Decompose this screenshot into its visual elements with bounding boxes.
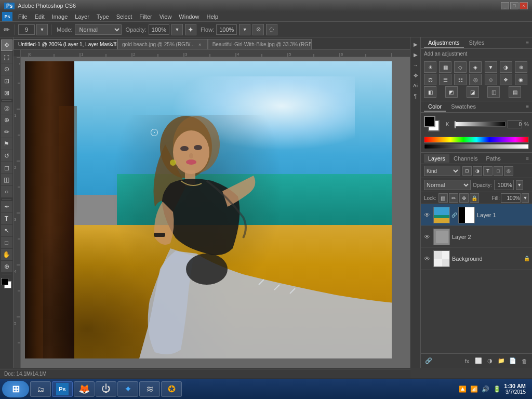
taskbar-firefox[interactable]: 🦊 — [74, 381, 95, 397]
adj-hdr[interactable]: ◫ — [487, 86, 500, 98]
adj-bw[interactable]: ⚖ — [424, 74, 436, 85]
adj-channel[interactable]: ☷ — [454, 74, 467, 85]
vert-btn-move[interactable]: ✥ — [411, 71, 420, 80]
system-clock[interactable]: 1:30 AM 3/7/2015 — [504, 383, 526, 395]
adj-invert[interactable]: ☺ — [485, 74, 497, 85]
menu-file[interactable]: File — [15, 12, 31, 21]
new-layer-btn[interactable]: 📄 — [508, 356, 517, 366]
zoom-tool[interactable]: ⊕ — [1, 261, 12, 272]
pressure-btn[interactable]: ⊘ — [252, 24, 264, 35]
taskbar-photoshop[interactable]: Ps — [52, 381, 73, 397]
adj-exposure[interactable]: ◈ — [469, 61, 482, 73]
gray-spectrum[interactable] — [424, 144, 529, 149]
layer-2-visibility[interactable]: 👁 — [423, 233, 431, 241]
spot-healing-tool[interactable]: ⊕ — [1, 114, 12, 126]
doc-tab-untitled[interactable]: Untitled-1 @ 200% (Layer 1, Layer Mask/8… — [14, 39, 117, 49]
doc-tab-girl[interactable]: Beautiful-Girl-With-Bike.jpg @ 33.3% (RG… — [208, 39, 312, 49]
flow-input[interactable] — [216, 24, 237, 35]
taskbar-app1[interactable]: ⏻ — [96, 381, 116, 397]
adj-threshold[interactable]: ◉ — [515, 74, 527, 85]
tray-icon-1[interactable]: 🔼 — [458, 385, 467, 393]
color-panel-menu[interactable]: ≡ — [526, 104, 529, 110]
vert-btn-ai[interactable]: Ai — [411, 81, 420, 90]
adj-gradmap[interactable]: ◧ — [424, 86, 436, 98]
clone-stamp-tool[interactable]: ⚑ — [1, 138, 12, 150]
tab-channels[interactable]: Channels — [449, 154, 482, 163]
layer-mask-btn[interactable]: ⬜ — [474, 356, 483, 366]
type-tool[interactable]: T — [1, 213, 12, 224]
background-visibility[interactable]: 👁 — [423, 255, 431, 263]
menu-filter[interactable]: Filter — [136, 12, 155, 21]
tab-color[interactable]: Color — [424, 102, 446, 112]
vert-btn-para[interactable]: ¶ — [411, 91, 420, 101]
menu-help[interactable]: Help — [203, 12, 222, 21]
adj-posterize[interactable]: ❖ — [500, 74, 512, 85]
adj-shadows[interactable]: ◪ — [467, 86, 479, 98]
fill-down-btn[interactable]: ▼ — [522, 193, 529, 203]
close-button[interactable]: × — [520, 2, 528, 9]
filter-smart[interactable]: ◎ — [504, 166, 513, 176]
shape-tool[interactable]: □ — [1, 237, 12, 248]
delete-layer-btn[interactable]: 🗑 — [520, 356, 529, 366]
tray-battery[interactable]: 🔋 — [493, 385, 501, 393]
menu-image[interactable]: Image — [48, 12, 72, 21]
menu-window[interactable]: Window — [175, 12, 203, 21]
close-tab-beach[interactable]: × — [197, 42, 203, 48]
taskbar-explorer[interactable]: 🗂 — [30, 381, 51, 397]
fg-color-large[interactable] — [424, 116, 435, 127]
foreground-color-swatch[interactable] — [1, 278, 8, 285]
adj-vibrance[interactable]: ▼ — [485, 61, 497, 73]
filter-type[interactable]: T — [483, 166, 493, 176]
maximize-button[interactable]: □ — [510, 2, 518, 9]
menu-view[interactable]: View — [156, 12, 176, 21]
new-group-btn[interactable]: 📁 — [497, 356, 506, 366]
blend-mode-select[interactable]: Normal Multiply Screen Overlay — [75, 24, 122, 35]
lock-position[interactable]: ✥ — [459, 193, 469, 203]
adj-hue[interactable]: ◑ — [500, 61, 512, 73]
brush-tool-btn[interactable]: ✏ — [2, 25, 11, 34]
filter-shape[interactable]: □ — [494, 166, 503, 176]
color-spectrum[interactable] — [424, 137, 529, 143]
tab-paths[interactable]: Paths — [482, 154, 505, 163]
eyedropper-tool[interactable]: ◎ — [1, 102, 12, 114]
taskbar-app3[interactable]: ≋ — [139, 381, 160, 397]
smoothing-btn[interactable]: ◌ — [266, 24, 277, 35]
menu-type[interactable]: Type — [93, 12, 113, 21]
layer-item-background[interactable]: 👁 Background 🔒 — [421, 248, 532, 270]
adj-levels[interactable]: ▦ — [439, 61, 451, 73]
tab-layers[interactable]: Layers — [424, 154, 449, 163]
adj-panel-menu[interactable]: ≡ — [526, 40, 529, 46]
adj-photo[interactable]: ☰ — [439, 74, 451, 85]
lock-pixels[interactable]: ✏ — [449, 193, 458, 203]
tab-swatches[interactable]: Swatches — [447, 102, 480, 112]
lock-transparent[interactable]: ▨ — [438, 193, 448, 203]
adj-colorlookup[interactable]: ◎ — [469, 74, 482, 85]
eraser-tool[interactable]: ◻ — [1, 162, 12, 174]
layer-item-1[interactable]: 👁 🔗 Lay — [421, 204, 532, 226]
color-swatches[interactable] — [1, 278, 12, 290]
history-brush-tool[interactable]: ↺ — [1, 150, 12, 162]
filter-adj[interactable]: ◑ — [473, 166, 482, 176]
layers-panel-menu[interactable]: ≡ — [526, 155, 529, 161]
menu-edit[interactable]: Edit — [31, 12, 48, 21]
adj-selectcolor[interactable]: ◩ — [445, 86, 458, 98]
tab-styles[interactable]: Styles — [465, 38, 489, 48]
taskbar-app2[interactable]: ✦ — [117, 381, 138, 397]
path-select-tool[interactable]: ↖ — [1, 225, 12, 236]
layer-1-visibility[interactable]: 👁 — [423, 211, 431, 219]
canvas-viewport[interactable] — [21, 57, 410, 368]
adj-curves[interactable]: ◇ — [454, 61, 467, 73]
k-slider[interactable] — [454, 122, 506, 127]
start-button[interactable]: ⊞ — [2, 381, 29, 397]
opacity-down-btn[interactable]: ▼ — [516, 180, 523, 190]
lock-all[interactable]: 🔒 — [470, 193, 479, 203]
fill-input[interactable] — [501, 193, 521, 203]
layer-fx-btn[interactable]: fx — [462, 356, 472, 366]
filter-pixel[interactable]: ⊡ — [462, 166, 472, 176]
layer-kind-select[interactable]: Kind — [424, 166, 460, 176]
crop-tool[interactable]: ⊠ — [1, 87, 12, 99]
doc-tab-beach[interactable]: gold beach.jpg @ 25% (RGB/... × — [117, 39, 208, 49]
marquee-tool[interactable]: ⬚ — [1, 51, 12, 63]
minimize-button[interactable]: _ — [501, 2, 509, 9]
pen-tool[interactable]: ✒ — [1, 201, 12, 212]
